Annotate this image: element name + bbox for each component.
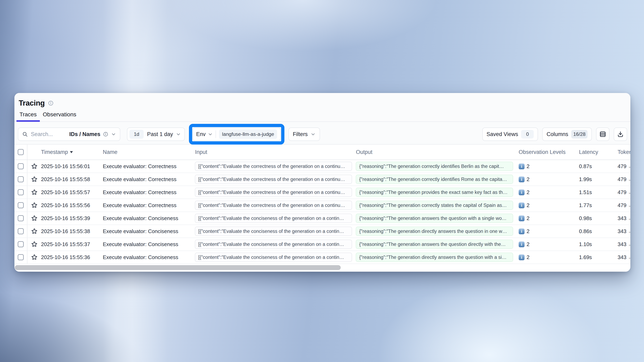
tokens-cell: 343 →: [608, 212, 630, 225]
chevron-down-icon: [310, 132, 316, 137]
output-preview: {"reasoning":"The generation correctly i…: [356, 175, 513, 184]
tab-observations[interactable]: Observations: [40, 110, 80, 121]
star-header-cell: [28, 145, 41, 160]
input-preview: [{"content":"Evaluate the correctness of…: [195, 162, 352, 171]
row-checkbox[interactable]: [18, 215, 24, 221]
info-level-icon: [519, 215, 524, 221]
col-name: Name: [103, 149, 194, 155]
latency-cell: 1.10s: [575, 238, 608, 251]
toolbar: Search... IDs / Names 1d Past 1 day: [14, 122, 630, 145]
table-row[interactable]: 2025-10-16 15:55:37 Execute evaluator: C…: [14, 238, 630, 251]
timestamp-cell: 2025-10-16 15:55:56: [41, 199, 103, 212]
rows-icon: [599, 131, 606, 138]
name-cell: Execute evaluator: Conciseness: [103, 251, 194, 264]
table-body: 2025-10-16 15:56:01 Execute evaluator: C…: [14, 160, 630, 264]
col-output: Output: [355, 149, 516, 155]
columns-button[interactable]: Columns 16/28: [542, 127, 592, 141]
star-icon[interactable]: [31, 163, 38, 170]
row-checkbox[interactable]: [18, 189, 24, 195]
timestamp-cell: 2025-10-16 15:55:57: [41, 186, 103, 199]
env-filter-highlight-box: Env langfuse-llm-as-a-judge: [189, 124, 284, 145]
table-row[interactable]: 2025-10-16 15:55:58 Execute evaluator: C…: [14, 173, 630, 186]
page-title: Tracing: [19, 99, 45, 108]
row-checkbox[interactable]: [18, 228, 24, 234]
filters-button[interactable]: Filters: [288, 127, 320, 141]
scrollbar-thumb[interactable]: [15, 265, 341, 270]
observation-count: 2: [526, 228, 530, 235]
tokens-cell: 343 →: [608, 225, 630, 238]
table-row[interactable]: 2025-10-16 15:56:01 Execute evaluator: C…: [14, 160, 630, 173]
table-row[interactable]: 2025-10-16 15:55:39 Execute evaluator: C…: [14, 212, 630, 225]
info-level-icon: [519, 176, 524, 182]
select-all-cell: [14, 145, 28, 160]
info-level-icon: [519, 241, 524, 247]
col-observation-levels: Observation Levels: [516, 149, 575, 155]
info-level-icon: [519, 163, 524, 169]
observation-count: 2: [526, 215, 530, 222]
env-label: Env: [196, 131, 206, 137]
table-row[interactable]: 2025-10-16 15:55:56 Execute evaluator: C…: [14, 199, 630, 212]
tab-traces[interactable]: Traces: [16, 110, 40, 121]
name-cell: Execute evaluator: Correctness: [103, 173, 194, 186]
horizontal-scrollbar: [14, 264, 630, 272]
search-type-select[interactable]: IDs / Names: [69, 131, 116, 137]
output-preview: {"reasoning":"The generation correctly s…: [356, 201, 513, 210]
table-row[interactable]: 2025-10-16 15:55:57 Execute evaluator: C…: [14, 186, 630, 199]
chevron-down-icon: [111, 132, 116, 137]
latency-cell: 1.51s: [575, 186, 608, 199]
row-height-button[interactable]: [596, 127, 610, 141]
row-checkbox[interactable]: [18, 163, 24, 169]
time-range-button[interactable]: 1d Past 1 day: [127, 127, 185, 141]
star-icon[interactable]: [31, 241, 38, 248]
panel-header: Tracing Traces Observations Search...: [14, 93, 630, 145]
search-type-label: IDs / Names: [69, 131, 100, 137]
latency-cell: 1.77s: [575, 199, 608, 212]
columns-count-badge: 16/28: [571, 130, 588, 138]
row-checkbox-cell: [14, 173, 28, 186]
sort-desc-icon: [70, 151, 73, 153]
timestamp-cell: 2025-10-16 15:55:58: [41, 173, 103, 186]
star-icon[interactable]: [31, 189, 38, 196]
row-checkbox-cell: [14, 212, 28, 225]
time-range-label: Past 1 day: [147, 131, 173, 137]
timestamp-cell: 2025-10-16 15:56:01: [41, 160, 103, 173]
row-checkbox[interactable]: [18, 202, 24, 208]
table-header: Timestamp Name Input Output Observation …: [14, 145, 630, 160]
star-icon[interactable]: [31, 254, 38, 261]
star-icon[interactable]: [31, 215, 38, 222]
timestamp-cell: 2025-10-16 15:55:39: [41, 212, 103, 225]
info-level-icon: [519, 254, 524, 260]
col-timestamp[interactable]: Timestamp: [41, 149, 103, 155]
output-preview: {"reasoning":"The generation directly an…: [356, 253, 513, 262]
row-checkbox[interactable]: [18, 176, 24, 182]
input-preview: [{"content":"Evaluate the conciseness of…: [195, 227, 352, 236]
name-cell: Execute evaluator: Correctness: [103, 160, 194, 173]
table-row[interactable]: 2025-10-16 15:55:38 Execute evaluator: C…: [14, 225, 630, 238]
info-level-icon: [519, 189, 524, 195]
title-info-icon[interactable]: [48, 100, 54, 106]
observation-count: 2: [526, 202, 530, 209]
row-checkbox[interactable]: [18, 254, 24, 260]
col-tokens: Tokens: [608, 149, 630, 155]
env-filter-button[interactable]: Env langfuse-llm-as-a-judge: [192, 127, 281, 141]
input-preview: [{"content":"Evaluate the conciseness of…: [195, 214, 352, 223]
name-cell: Execute evaluator: Conciseness: [103, 238, 194, 251]
output-preview: {"reasoning":"The generation answers the…: [356, 214, 513, 223]
table-row[interactable]: 2025-10-16 15:55:36 Execute evaluator: C…: [14, 251, 630, 264]
saved-views-button[interactable]: Saved Views 0: [482, 127, 538, 141]
star-icon[interactable]: [31, 176, 38, 183]
star-icon[interactable]: [31, 202, 38, 209]
search-input[interactable]: Search... IDs / Names: [18, 127, 120, 141]
star-icon[interactable]: [31, 228, 38, 235]
output-preview: {"reasoning":"The generation provides th…: [356, 188, 513, 197]
export-button[interactable]: [614, 127, 627, 141]
tokens-cell: 479 →: [608, 199, 630, 212]
env-value-tag: langfuse-llm-as-a-judge: [219, 129, 277, 139]
search-placeholder: Search...: [31, 131, 53, 137]
row-checkbox[interactable]: [18, 241, 24, 247]
row-checkbox-cell: [14, 238, 28, 251]
row-checkbox-cell: [14, 160, 28, 173]
select-all-checkbox[interactable]: [18, 149, 24, 155]
saved-views-label: Saved Views: [486, 131, 518, 137]
name-cell: Execute evaluator: Correctness: [103, 199, 194, 212]
